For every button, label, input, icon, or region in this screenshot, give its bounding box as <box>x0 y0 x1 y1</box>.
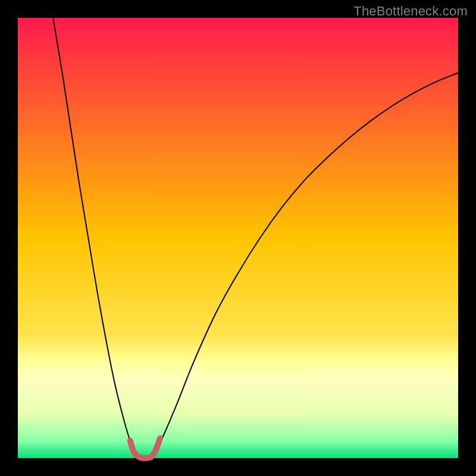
watermark-text: TheBottleneck.com <box>353 4 468 19</box>
chart-frame: { "watermark": "TheBottleneck.com", "cha… <box>0 0 476 476</box>
plot-background <box>18 18 458 458</box>
bottleneck-chart <box>0 0 476 476</box>
